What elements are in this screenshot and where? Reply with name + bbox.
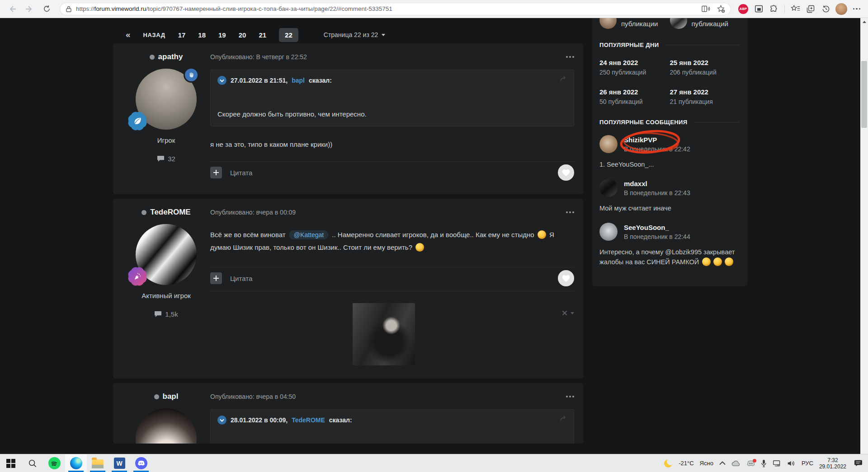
action-center-button[interactable]	[854, 459, 863, 467]
post-author[interactable]: bapl	[122, 392, 210, 401]
back-arrow-icon	[8, 5, 17, 14]
jump-to-post-icon[interactable]	[559, 414, 568, 421]
popular-day[interactable]: 26 янв 2022 50 публикаций	[599, 88, 670, 105]
quote-button[interactable]: Цитата	[230, 275, 252, 282]
heart-icon	[562, 169, 570, 177]
web-capture-button[interactable]	[752, 2, 765, 16]
signature-image[interactable]	[353, 303, 415, 365]
pagination-page-21[interactable]: 21	[259, 31, 266, 39]
taskbar-file-explorer[interactable]	[87, 454, 108, 472]
post-options-button[interactable]	[566, 396, 574, 397]
user-mention[interactable]: @Kattegat	[289, 230, 329, 239]
quote-expand-icon[interactable]	[217, 76, 226, 85]
page-selector-dropdown[interactable]: Страница 22 из 22	[324, 31, 386, 38]
popular-post-user[interactable]: SeeYouSoon_	[624, 223, 690, 231]
taskbar-search-button[interactable]	[22, 454, 43, 472]
multiquote-button[interactable]	[210, 272, 222, 284]
popular-post-item[interactable]: SeeYouSoon_ В понедельник в 22:44 Интере…	[599, 223, 740, 267]
page-scrollbar[interactable]	[860, 18, 868, 454]
windows-logo-icon	[6, 459, 15, 468]
popular-posts-heading: ПОПУЛЯРНЫЕ СООБЩЕНИЯ	[599, 119, 740, 126]
adblock-extension-button[interactable]: ABP	[736, 2, 750, 16]
tray-expand-button[interactable]	[719, 461, 726, 465]
post-options-button[interactable]	[566, 211, 574, 213]
top-poster-stat[interactable]: публикации	[599, 18, 670, 29]
jump-to-post-icon[interactable]	[559, 75, 568, 82]
post-author[interactable]: apathy	[122, 52, 210, 61]
avatar	[670, 18, 687, 29]
weather-moon-icon[interactable]	[664, 459, 673, 468]
microphone-icon	[761, 459, 767, 467]
action-center-icon	[854, 459, 863, 467]
taskbar-clock[interactable]: 7:32 29.01.2022	[819, 457, 846, 470]
speech-bubble-icon	[157, 155, 165, 162]
extensions-button[interactable]	[767, 2, 781, 16]
collections-button[interactable]	[804, 2, 817, 16]
taskbar-word[interactable]	[108, 454, 130, 472]
quoted-user-link[interactable]: TedeROME	[292, 416, 325, 424]
quote-button[interactable]: Цитата	[230, 169, 252, 177]
pagination-page-18[interactable]: 18	[198, 31, 206, 39]
history-button[interactable]	[819, 2, 833, 16]
group-badge	[127, 111, 148, 131]
keyboard-language[interactable]: РУС	[802, 460, 813, 467]
hide-signature-icon[interactable]	[562, 310, 567, 316]
pagination-page-17[interactable]: 17	[178, 31, 186, 39]
microphone-tray-icon[interactable]	[761, 459, 767, 467]
popular-day[interactable]: 27 янв 2022 21 публикация	[670, 88, 741, 105]
pagination-current-page[interactable]: 22	[279, 28, 298, 42]
emoji: 😋	[713, 257, 722, 266]
post-tederome: TedeROME Опубликовано: вчера в 00:09	[113, 199, 583, 379]
popular-post-user[interactable]: mdaxxl	[624, 179, 690, 187]
address-bar[interactable]: https://forum.vimeworld.ru/topic/970767-…	[60, 3, 731, 15]
browser-profile-button[interactable]	[835, 2, 848, 16]
quote-expand-icon[interactable]	[217, 416, 226, 425]
popular-post-user[interactable]: ShizikPVP	[624, 135, 690, 144]
popular-day[interactable]: 24 янв 2022 250 публикаций	[599, 59, 670, 76]
like-button[interactable]	[558, 270, 574, 286]
scrollbar-thumb[interactable]	[861, 61, 867, 128]
weather-temperature[interactable]: -21°C	[679, 460, 693, 467]
start-button[interactable]	[0, 454, 22, 472]
like-button[interactable]	[558, 164, 574, 181]
multiquote-button[interactable]	[210, 167, 222, 178]
onedrive-tray-icon[interactable]	[731, 460, 741, 467]
favorites-button[interactable]	[788, 2, 802, 16]
popular-day[interactable]: 25 янв 2022 206 публикаций	[670, 59, 741, 76]
signature-options-icon[interactable]	[571, 312, 574, 314]
post-options-button[interactable]	[566, 56, 574, 58]
quoted-user-link[interactable]: bapl	[292, 77, 305, 84]
taskbar-discord[interactable]	[130, 454, 152, 472]
forward-arrow-icon	[25, 5, 34, 14]
weather-condition[interactable]: Ясно	[700, 460, 713, 467]
popular-post-item[interactable]: ShizikPVP В понедельник в 22:42 1. SeeYo…	[599, 135, 740, 169]
avatar[interactable]	[136, 408, 197, 444]
popular-post-item[interactable]: mdaxxl В понедельник в 22:43 Мой муж счи…	[599, 179, 740, 213]
post-published-meta: Опубликовано: вчера в 04:50	[210, 393, 566, 400]
pagination-back-button[interactable]: НАЗАД	[143, 32, 165, 38]
pagination-page-20[interactable]: 20	[239, 31, 246, 39]
browser-menu-button[interactable]	[850, 2, 863, 16]
taskbar-edge[interactable]	[65, 454, 87, 472]
scroll-up-arrow[interactable]	[860, 18, 868, 26]
taskbar-spotify[interactable]	[43, 454, 65, 472]
back-button[interactable]	[5, 2, 20, 16]
volume-tray-icon[interactable]	[787, 460, 796, 467]
refresh-button[interactable]	[39, 2, 54, 16]
top-poster-stat[interactable]: публикаций	[670, 18, 741, 29]
pagination-page-19[interactable]: 19	[218, 31, 226, 39]
network-tray-icon[interactable]	[773, 460, 781, 467]
discord-tray-icon[interactable]	[747, 460, 755, 467]
collections-icon	[806, 5, 815, 14]
history-clock-icon	[821, 5, 830, 14]
refresh-icon	[42, 5, 51, 13]
add-favorite-star-icon[interactable]	[717, 5, 725, 13]
pagination-first-button[interactable]: «	[126, 30, 131, 40]
system-tray: -21°C Ясно	[664, 454, 868, 472]
read-aloud-icon[interactable]	[702, 5, 710, 13]
ellipsis-icon	[853, 8, 861, 10]
post-author[interactable]: TedeROME	[122, 208, 210, 217]
forward-button[interactable]	[22, 2, 37, 16]
quote-said-label: сказал:	[329, 416, 352, 424]
thread-sidebar: публикации публикаций ПОПУЛЯРНЫЕ ДНИ 24 …	[592, 18, 747, 454]
